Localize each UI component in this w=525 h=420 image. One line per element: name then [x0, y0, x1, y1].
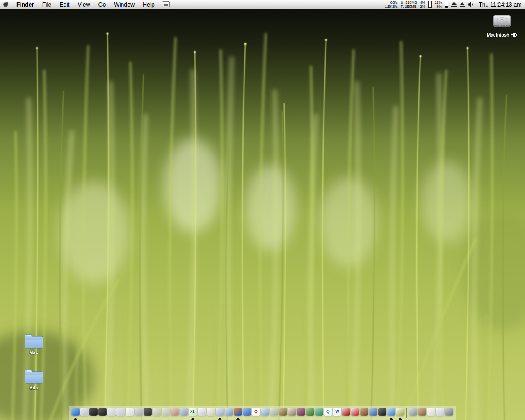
app-menus: FinderFileEditViewGoWindowHelp: [12, 0, 159, 9]
dock-icon-silver-globe[interactable]: [135, 408, 143, 416]
dock-icon-certificate-doc[interactable]: [436, 408, 444, 416]
dock-icon-painter-portrait[interactable]: [360, 408, 368, 416]
dock-separator: [406, 408, 407, 418]
dock-icon-textedit[interactable]: [207, 408, 215, 416]
apple-menu[interactable]: [0, 0, 12, 9]
folder-icon: [23, 367, 44, 384]
percent-top: 11%: [435, 0, 442, 5]
memory-status[interactable]: U: 518MB F: 250MB: [401, 0, 417, 9]
dock-icon-photo-landscape[interactable]: [279, 408, 287, 416]
eject-icon: [460, 2, 465, 5]
volume-icon[interactable]: [468, 2, 474, 7]
dock-icon-sphere-green[interactable]: [315, 408, 323, 416]
dock-icon-calculator-grid[interactable]: [198, 408, 206, 416]
dock-icon-printer-1[interactable]: [153, 408, 161, 416]
dock-icon-quicktime[interactable]: Q: [324, 408, 332, 416]
dock-icon-trash[interactable]: [445, 408, 453, 416]
cpu-status[interactable]: 4% 2%: [420, 0, 425, 9]
dock-icon-safari[interactable]: [225, 408, 233, 416]
menu-file[interactable]: File: [38, 0, 56, 9]
dock-icon-bird-blue[interactable]: [387, 408, 395, 416]
dock-icon-printer-red[interactable]: [171, 408, 179, 416]
dock-icon-dragonfly-green[interactable]: [306, 408, 314, 416]
dock-icon-classic-mac[interactable]: [116, 408, 125, 416]
dock-icon-acrobat-pen[interactable]: [351, 408, 359, 416]
menu-finder[interactable]: Finder: [12, 0, 38, 9]
dock-icon-word[interactable]: W: [333, 408, 341, 416]
desktop-icon-mac-folder[interactable]: Mac: [14, 331, 53, 355]
usage-meter-2[interactable]: [445, 1, 448, 8]
dock-icon-opera[interactable]: O: [252, 408, 260, 416]
menu-bar-clock[interactable]: Thu 11:24:13 am: [479, 1, 522, 8]
dock-icon-photo-frame[interactable]: [288, 408, 296, 416]
memory-free: F: 250MB: [401, 5, 417, 9]
dock-icon-graphics-app[interactable]: [216, 408, 224, 416]
folder-icon: [23, 331, 44, 349]
dock-icon-media-player-dark[interactable]: [378, 408, 386, 416]
dock-others: [409, 408, 453, 416]
dock-icon-system-apple[interactable]: [80, 408, 89, 416]
dock-icon-dark-display[interactable]: [144, 408, 152, 416]
network-throughput[interactable]: 0B/s 1.5KB/s: [385, 0, 398, 9]
desktop-screen: FinderFileEditViewGoWindowHelp 0B/s 1.5K…: [0, 0, 525, 420]
menu-window[interactable]: Window: [110, 0, 139, 9]
dock-icon-adobe-reader[interactable]: [342, 408, 350, 416]
dock-icon-home-folder[interactable]: [418, 408, 426, 416]
dock-apps: XL O: [71, 408, 404, 416]
menu-help[interactable]: Help: [139, 0, 159, 9]
dock-icon-ipod[interactable]: [107, 408, 116, 416]
dock-icon-terminal[interactable]: [89, 408, 98, 416]
dock-icon-flower[interactable]: [396, 408, 404, 416]
dock-icon-blue-figure[interactable]: [369, 408, 377, 416]
dock-icon-firefox[interactable]: [234, 408, 242, 416]
dock-icon-document[interactable]: [427, 408, 435, 416]
eject-menu-1[interactable]: [451, 2, 457, 7]
usage-meter-2-fill: [445, 6, 448, 7]
dock-icon-printer-2[interactable]: [162, 408, 170, 416]
desktop-icon-macintosh-hd[interactable]: Macintosh HD: [482, 12, 522, 37]
dock-icon-terminal-alt[interactable]: [98, 408, 107, 416]
net-down-rate: 1.5KB/s: [385, 5, 398, 9]
input-menu-icon[interactable]: [162, 1, 170, 7]
percent-status[interactable]: 11% 8%: [435, 0, 442, 9]
dock-icon-media-purple[interactable]: [297, 408, 305, 416]
menu-bar: FinderFileEditViewGoWindowHelp 0B/s 1.5K…: [0, 0, 525, 9]
eject-menu-2[interactable]: [460, 2, 465, 7]
dock-icon-blue-compass[interactable]: [243, 408, 251, 416]
dock-icon-white-drive[interactable]: [126, 408, 134, 416]
desktop-icon-label: Mac: [29, 350, 38, 355]
desktop[interactable]: Macintosh HD Mac Bits: [0, 9, 525, 420]
cpu-system-pct: 2%: [420, 5, 425, 9]
menu-edit[interactable]: Edit: [55, 0, 73, 9]
net-up-rate: 0B/s: [390, 0, 398, 5]
desktop-icon-label: Bits: [30, 385, 38, 390]
eject-icon: [451, 2, 457, 5]
dock-icon-iphoto[interactable]: [261, 408, 269, 416]
cpu-user-pct: 4%: [420, 0, 425, 5]
percent-bottom: 8%: [436, 5, 442, 9]
memory-used: U: 518MB: [401, 0, 417, 5]
dock-icon-excel[interactable]: XL: [189, 408, 197, 416]
dock: XL O: [69, 406, 456, 420]
usage-meter-1-fill: [429, 7, 431, 7]
desktop-icon-label: Macintosh HD: [487, 32, 517, 37]
menu-bar-status: 0B/s 1.5KB/s U: 518MB F: 250MB 4% 2% 11%…: [385, 0, 525, 9]
usage-meter-1[interactable]: [428, 1, 432, 8]
grass-wallpaper: [0, 9, 525, 420]
dock-icon-printer-blue[interactable]: [180, 408, 188, 416]
dock-icon-hard-drive[interactable]: [409, 408, 417, 416]
dock-icon-finder[interactable]: [71, 408, 80, 416]
desktop-icon-bits-folder[interactable]: Bits: [14, 367, 53, 390]
apple-icon: [3, 1, 9, 8]
hard-drive-icon: [491, 12, 513, 31]
menu-view[interactable]: View: [73, 0, 94, 9]
dock-icon-doc-stack[interactable]: [270, 408, 278, 416]
menu-go[interactable]: Go: [94, 0, 110, 9]
